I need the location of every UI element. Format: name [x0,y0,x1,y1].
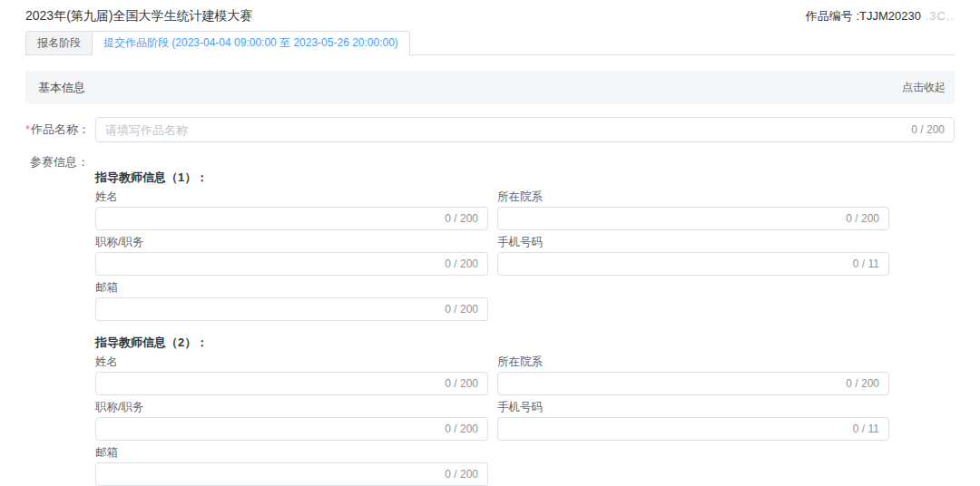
teacher2-department-label: 所在院系 [497,355,889,369]
teacher2-email-counter: 0 / 200 [445,468,478,481]
teacher1-heading: 指导教师信息（1）： [95,170,955,186]
teacher2-name-field: 姓名 0 / 200 [95,355,488,395]
teacher2-department-input[interactable] [507,373,838,394]
required-asterisk: * [25,122,30,136]
teacher2-title-label: 职称/职务 [95,401,488,414]
teacher1-email-field: 邮箱 0 / 200 [95,281,488,321]
teacher1-phone-counter: 0 / 11 [853,258,879,270]
basic-info-section-bar: 基本信息 点击收起 [25,71,955,104]
tab-registration-stage[interactable]: 报名阶段 [25,31,92,54]
teacher1-department-input[interactable] [507,208,838,229]
teacher2-phone-input-box[interactable]: 0 / 11 [497,417,889,441]
stage-tabs: 报名阶段 提交作品阶段 (2023-04-04 09:00:00 至 2023-… [25,31,955,55]
page-title: 2023年(第九届)全国大学生统计建模大赛 [25,8,252,24]
work-number: 作品编号 :TJJM20230 .3C.. [806,8,955,24]
work-name-counter: 0 / 200 [911,123,945,136]
teacher1-title-counter: 0 / 200 [445,258,478,270]
work-number-value: TJJM20230 [859,9,921,23]
teacher2-name-input-box[interactable]: 0 / 200 [95,372,488,395]
teacher1-department-label: 所在院系 [497,190,889,204]
teacher1-department-input-box[interactable]: 0 / 200 [497,207,889,230]
teacher1-title-label: 职称/职务 [95,236,488,249]
teacher2-email-field: 邮箱 0 / 200 [95,446,488,486]
page-header: 2023年(第九届)全国大学生统计建模大赛 作品编号 :TJJM20230 .3… [25,0,955,24]
collapse-toggle[interactable]: 点击收起 [902,80,946,95]
teacher2-heading: 指导教师信息（2）： [95,335,955,351]
teacher2-title-field: 职称/职务 0 / 200 [95,401,488,441]
teacher2-email-input-box[interactable]: 0 / 200 [95,462,488,486]
tab-submission-stage[interactable]: 提交作品阶段 (2023-04-04 09:00:00 至 2023-05-26… [92,31,410,54]
work-name-input-box[interactable]: 0 / 200 [95,117,955,142]
teacher1-department-field: 所在院系 0 / 200 [497,190,889,230]
teacher1-phone-input-box[interactable]: 0 / 11 [497,252,889,276]
teacher2-phone-label: 手机号码 [497,401,889,414]
teacher1-name-counter: 0 / 200 [445,212,478,225]
teacher2-department-counter: 0 / 200 [846,377,879,390]
teacher2-email-input[interactable] [105,463,437,485]
entry-info-row: 参赛信息： 指导教师信息（1）： 姓名 0 / 200 所在院系 [25,154,955,486]
work-name-label: *作品名称： [25,122,89,138]
work-name-row: *作品名称： 0 / 200 [25,117,955,142]
work-number-obscured: .3C.. [921,9,955,23]
teacher-block-2: 指导教师信息（2）： 姓名 0 / 200 所在院系 0 / 200 [95,335,955,486]
entry-info-content: 指导教师信息（1）： 姓名 0 / 200 所在院系 0 / 200 [95,154,955,486]
teacher2-department-field: 所在院系 0 / 200 [497,355,889,395]
teacher1-title-input-box[interactable]: 0 / 200 [95,252,488,276]
teacher2-phone-input[interactable] [507,418,846,440]
section-title: 基本信息 [38,80,85,96]
page: 2023年(第九届)全国大学生统计建模大赛 作品编号 :TJJM20230 .3… [0,0,980,486]
teacher2-name-label: 姓名 [95,355,488,369]
teacher1-email-input-box[interactable]: 0 / 200 [95,297,488,321]
teacher-block-1: 指导教师信息（1）： 姓名 0 / 200 所在院系 0 / 200 [95,170,955,321]
teacher2-title-input-box[interactable]: 0 / 200 [95,417,488,441]
teacher2-phone-field: 手机号码 0 / 11 [497,401,889,441]
teacher1-phone-field: 手机号码 0 / 11 [497,236,889,276]
teacher2-department-input-box[interactable]: 0 / 200 [497,372,889,395]
teacher1-phone-label: 手机号码 [497,236,889,249]
teacher2-name-input[interactable] [105,373,437,394]
teacher1-title-field: 职称/职务 0 / 200 [95,236,488,276]
teacher1-name-input[interactable] [105,208,437,229]
teacher1-email-label: 邮箱 [95,281,488,295]
teacher1-email-counter: 0 / 200 [445,303,478,316]
teacher1-title-input[interactable] [105,253,437,275]
teacher2-title-counter: 0 / 200 [445,423,478,435]
entry-info-label: 参赛信息： [25,154,89,170]
work-name-input[interactable] [105,118,904,141]
teacher2-title-input[interactable] [105,418,437,440]
teacher1-email-input[interactable] [105,298,437,320]
work-number-label: 作品编号 : [806,9,859,23]
teacher1-name-input-box[interactable]: 0 / 200 [95,207,488,230]
teacher1-department-counter: 0 / 200 [846,212,879,225]
teacher1-name-field: 姓名 0 / 200 [95,190,488,230]
teacher2-phone-counter: 0 / 11 [853,423,879,435]
teacher1-phone-input[interactable] [507,253,846,275]
teacher2-name-counter: 0 / 200 [445,377,478,390]
teacher1-name-label: 姓名 [95,190,488,204]
teacher2-email-label: 邮箱 [95,446,488,460]
